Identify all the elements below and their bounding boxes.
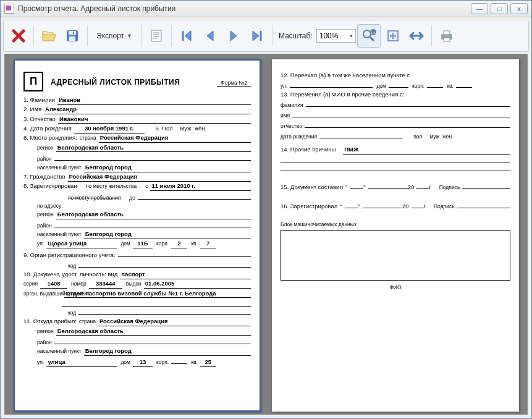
window-title: Просмотр отчета. Адресный листок прибыти… [18, 4, 175, 13]
fit-icon [386, 29, 400, 43]
titlebar: Просмотр отчета. Адресный листок прибыти… [1, 1, 531, 17]
p13-sex: муж. жен. [429, 133, 453, 140]
caret-icon: ▾ [350, 33, 353, 39]
l8: 8. Зарегистрирован [23, 182, 77, 190]
house-lbl2: дом [120, 359, 130, 366]
y15: 20 [408, 184, 415, 192]
close-button[interactable]: x [510, 3, 528, 14]
addr-city: Белгород город [84, 231, 251, 239]
print-button[interactable] [436, 25, 458, 47]
open-button[interactable] [38, 25, 60, 47]
divider [171, 25, 172, 46]
zoom-label: Масштаб: [279, 32, 313, 40]
page-1: П АДРЕСНЫЙ ЛИСТОК ПРИБЫТИЯ Форма №2 1. Ф… [14, 59, 261, 412]
sub-city2: населенный пункт [37, 231, 82, 238]
l1: 1. Фамилия [23, 96, 55, 104]
svg-line-10 [370, 37, 374, 41]
y16: 20 [402, 203, 409, 211]
l14: 14. Прочие причины [281, 146, 336, 154]
p13-name [292, 110, 510, 117]
series: 1408 [40, 280, 67, 289]
p13-patr-lbl: отчество [281, 123, 302, 130]
from-street: улица [46, 358, 117, 367]
caret-icon: ▼ [127, 33, 132, 39]
export-button[interactable]: Экспорт▼ [91, 25, 137, 47]
issued-lbl: выдан [126, 281, 141, 287]
zoom-fit-button[interactable] [382, 25, 404, 47]
form-number: Форма №2 [217, 80, 251, 87]
svg-rect-4 [151, 30, 161, 41]
export-label: Экспорт [96, 32, 124, 40]
doc-type: паспорт [120, 271, 251, 279]
p13-dob-lbl: дата рождения [281, 133, 317, 140]
birth-district [54, 153, 251, 161]
korp-lbl: корп. [156, 240, 169, 247]
sign-lbl1: Подпись [439, 184, 460, 191]
svg-rect-3 [73, 32, 74, 34]
folder-icon [41, 29, 56, 43]
dob: 30 ноября 1991 г. [74, 125, 145, 133]
sub-country: страна [80, 135, 96, 142]
l12: 12. Переехал (а) в том же населенном пун… [281, 72, 410, 80]
issuer2 [62, 299, 251, 307]
zoom-combo[interactable]: 100% ▾ [316, 29, 356, 43]
close-report-button[interactable] [7, 25, 30, 47]
divider [141, 25, 141, 46]
printer-icon [439, 29, 454, 43]
issuer-lbl: орган, выдавший документ [23, 291, 62, 297]
svg-point-17 [450, 35, 451, 36]
svg-rect-15 [444, 31, 450, 35]
p12-street-lbl: ул. [281, 83, 287, 90]
reason: ПМЖ [343, 146, 510, 154]
save-button[interactable] [61, 25, 83, 47]
last-page-button[interactable] [246, 25, 268, 47]
next-icon [227, 29, 240, 43]
zoom-value: 100% [319, 32, 339, 40]
reg-body [118, 250, 251, 257]
reg-code [78, 260, 251, 268]
code-lbl2: код [68, 310, 76, 316]
sub-region: регион [37, 145, 54, 151]
l10: 10. Документ, удост. личность: вид [23, 271, 117, 279]
svg-point-9 [363, 30, 371, 38]
series-lbl: серия [23, 281, 38, 287]
mrz-box [281, 230, 510, 281]
prev-page-button[interactable] [199, 25, 221, 47]
l9: 9. Орган регистрационного учета: [23, 252, 116, 260]
preview-viewport[interactable]: П АДРЕСНЫЙ ЛИСТОК ПРИБЫТИЯ Форма №2 1. Ф… [4, 54, 528, 415]
sub-city: населенный пункт [37, 164, 82, 171]
divider [272, 25, 272, 46]
citizenship: Российская Федерация [68, 173, 251, 182]
first-page-button[interactable] [175, 25, 198, 47]
birth-country: Российская Федерация [99, 134, 251, 143]
l2: 2. Имя [23, 106, 41, 114]
minimize-button[interactable]: — [471, 3, 488, 14]
page-setup-button[interactable] [145, 25, 167, 47]
svg-rect-2 [69, 36, 75, 41]
issuer-code [78, 307, 251, 315]
patronymic: Иванович [58, 116, 251, 124]
sub-country3: страна [79, 318, 96, 325]
app-window: Просмотр отчета. Адресный листок прибыти… [0, 0, 532, 419]
floppy-icon [65, 29, 79, 43]
l7: 7. Гражданство [23, 173, 65, 181]
street-lbl: ул. [37, 240, 44, 247]
l6: 6. Место рождения: [23, 134, 77, 142]
p12-street [290, 80, 373, 88]
next-page-button[interactable] [222, 25, 245, 47]
fio-lbl: ФИО [281, 284, 510, 290]
by-stay: по месту пребывания [68, 195, 120, 201]
page-icon [150, 29, 163, 43]
l4: 4. Дата рождения [23, 125, 72, 133]
maximize-button[interactable]: □ [491, 3, 508, 14]
last-icon [250, 29, 264, 43]
block-lbl: Блок машиночитаемых данных [281, 221, 510, 227]
zoom-actual-button[interactable]: 1:1 [357, 24, 381, 48]
zoom-width-button[interactable] [405, 25, 428, 47]
flat: 7 [200, 240, 216, 248]
sign-lbl2: Подпись [434, 203, 455, 210]
p13-surname [306, 99, 510, 107]
surname: Иванов [57, 96, 251, 105]
flat-lbl: кв. [191, 240, 198, 247]
p12-house [389, 80, 408, 88]
